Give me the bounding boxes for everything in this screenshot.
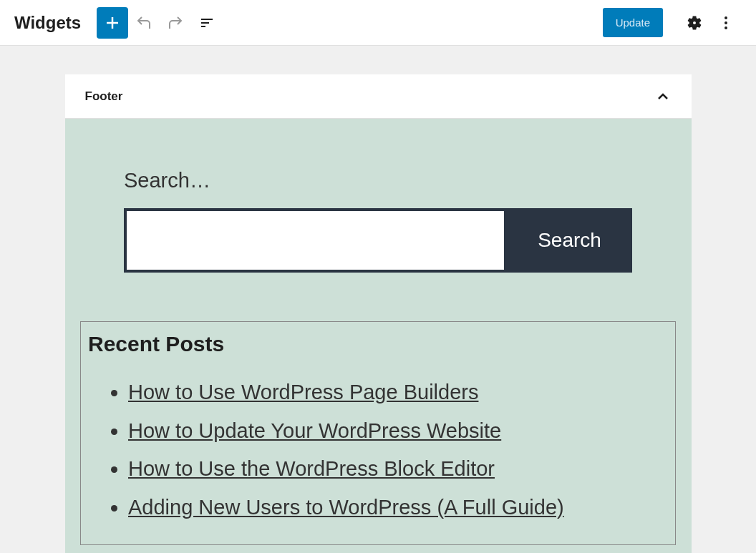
post-link[interactable]: How to Use WordPress Page Builders: [128, 381, 478, 403]
widget-area: Footer Search… Search Recent Posts How t…: [65, 74, 692, 553]
undo-icon: [135, 14, 152, 31]
settings-button[interactable]: [679, 7, 710, 39]
list-item: Adding New Users to WordPress (A Full Gu…: [128, 489, 668, 527]
search-label: Search…: [124, 169, 632, 192]
list-view-button[interactable]: [191, 7, 223, 39]
add-block-button[interactable]: [97, 7, 128, 39]
recent-posts-block[interactable]: Recent Posts How to Use WordPress Page B…: [80, 321, 676, 545]
list-view-icon: [198, 14, 215, 31]
page-title: Widgets: [14, 13, 81, 33]
kebab-icon: [717, 14, 735, 31]
list-item: How to Use the WordPress Block Editor: [128, 450, 668, 489]
widget-area-title: Footer: [85, 89, 123, 104]
widget-area-body: Search… Search Recent Posts How to Use W…: [65, 119, 692, 553]
editor-canvas: Footer Search… Search Recent Posts How t…: [0, 46, 756, 553]
chevron-up-icon: [654, 88, 672, 105]
recent-posts-title: Recent Posts: [88, 332, 668, 356]
search-block[interactable]: Search… Search: [124, 169, 632, 273]
recent-posts-list: How to Use WordPress Page Builders How t…: [88, 373, 668, 527]
update-button[interactable]: Update: [603, 8, 663, 37]
search-button[interactable]: Search: [507, 208, 632, 273]
post-link[interactable]: How to Update Your WordPress Website: [128, 419, 501, 442]
search-row: Search: [124, 208, 632, 273]
widget-area-header[interactable]: Footer: [65, 74, 692, 119]
svg-point-7: [724, 26, 727, 29]
search-input[interactable]: [124, 208, 507, 273]
options-button[interactable]: [710, 7, 742, 39]
gear-icon: [686, 14, 703, 31]
svg-point-5: [724, 16, 727, 19]
post-link[interactable]: Adding New Users to WordPress (A Full Gu…: [128, 496, 564, 519]
svg-point-6: [724, 21, 727, 24]
list-item: How to Use WordPress Page Builders: [128, 373, 668, 412]
plus-icon: [104, 14, 121, 31]
redo-button[interactable]: [160, 7, 191, 39]
redo-icon: [167, 14, 184, 31]
undo-button[interactable]: [128, 7, 160, 39]
top-toolbar: Widgets Update: [0, 0, 756, 46]
list-item: How to Update Your WordPress Website: [128, 412, 668, 451]
post-link[interactable]: How to Use the WordPress Block Editor: [128, 457, 495, 480]
